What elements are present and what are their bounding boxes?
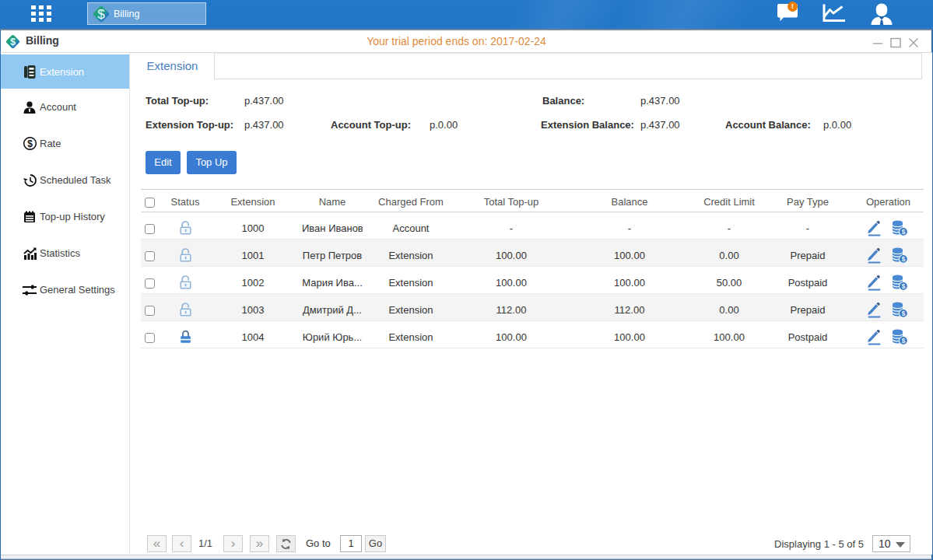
svg-text:$: $ bbox=[97, 7, 105, 22]
svg-text:$: $ bbox=[27, 138, 33, 149]
